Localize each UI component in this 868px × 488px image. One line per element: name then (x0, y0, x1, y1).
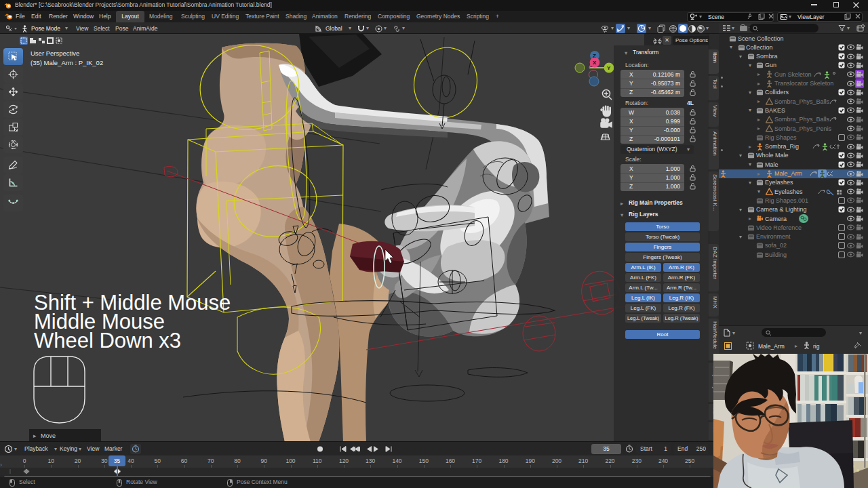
svg-text:User Perspective: User Perspective (31, 49, 79, 57)
svg-text:(35) Male_Arm : P_IK_02: (35) Male_Arm : P_IK_02 (31, 59, 103, 66)
svg-text:Wheel Down x3: Wheel Down x3 (34, 329, 181, 352)
svg-text:▸: ▸ (33, 432, 37, 439)
svg-text:Move: Move (41, 432, 56, 439)
svg-text:X: X (593, 60, 597, 66)
svg-text:Y: Y (607, 65, 611, 71)
